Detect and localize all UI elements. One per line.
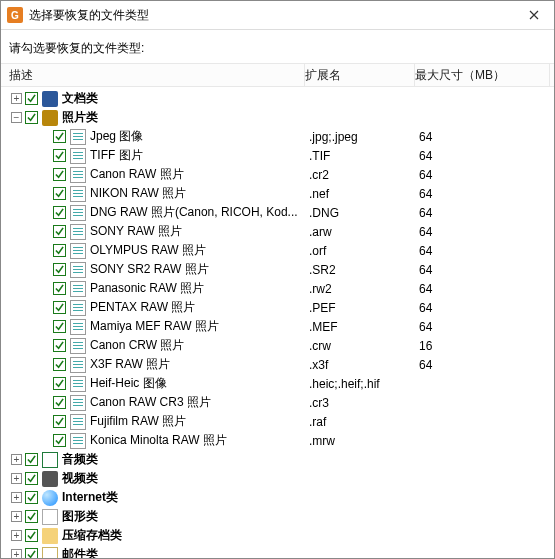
checkbox[interactable] <box>25 453 38 466</box>
category-icon <box>42 509 58 525</box>
expander-icon[interactable]: − <box>11 112 22 123</box>
titlebar: G 选择要恢复的文件类型 <box>1 1 554 30</box>
category-audio[interactable]: +音频类 <box>5 450 550 469</box>
checkbox[interactable] <box>53 244 66 257</box>
checkbox[interactable] <box>53 415 66 428</box>
filetype-row[interactable]: OLYMPUS RAW 照片.orf64 <box>5 241 550 260</box>
checkbox[interactable] <box>53 301 66 314</box>
filetype-row[interactable]: Konica Minolta RAW 照片.mrw <box>5 431 550 450</box>
filetype-ext: .DNG <box>309 206 419 220</box>
filetype-label: SONY RAW 照片 <box>90 223 182 240</box>
dialog-window: G 选择要恢复的文件类型 请勾选要恢复的文件类型: 描述 扩展名 最大尺寸（MB… <box>0 0 555 559</box>
category-arc[interactable]: +压缩存档类 <box>5 526 550 545</box>
header-extension[interactable]: 扩展名 <box>305 64 415 86</box>
filetype-row[interactable]: Canon RAW CR3 照片.cr3 <box>5 393 550 412</box>
category-label: 压缩存档类 <box>62 527 122 544</box>
checkbox[interactable] <box>53 225 66 238</box>
category-docs[interactable]: +文档类 <box>5 89 550 108</box>
category-mail[interactable]: +邮件类 <box>5 545 550 558</box>
file-icon <box>70 148 86 164</box>
filetype-ext: .orf <box>309 244 419 258</box>
checkbox[interactable] <box>53 358 66 371</box>
checkbox[interactable] <box>53 130 66 143</box>
category-inet[interactable]: +Internet类 <box>5 488 550 507</box>
category-icon <box>42 471 58 487</box>
checkbox[interactable] <box>25 111 38 124</box>
filetype-size: 64 <box>419 244 550 258</box>
filetype-label: NIKON RAW 照片 <box>90 185 186 202</box>
filetype-row[interactable]: Jpeg 图像.jpg;.jpeg64 <box>5 127 550 146</box>
category-photos[interactable]: −照片类 <box>5 108 550 127</box>
filetype-ext: .crw <box>309 339 419 353</box>
checkbox[interactable] <box>53 206 66 219</box>
category-label: 照片类 <box>62 109 98 126</box>
file-icon <box>70 262 86 278</box>
checkbox[interactable] <box>25 92 38 105</box>
expander-icon[interactable]: + <box>11 473 22 484</box>
filetype-size: 64 <box>419 130 550 144</box>
filetype-row[interactable]: NIKON RAW 照片.nef64 <box>5 184 550 203</box>
filetype-ext: .cr3 <box>309 396 419 410</box>
window-title: 选择要恢复的文件类型 <box>29 7 514 24</box>
file-icon <box>70 357 86 373</box>
expander-icon[interactable]: + <box>11 511 22 522</box>
category-label: 邮件类 <box>62 546 98 558</box>
file-icon <box>70 224 86 240</box>
filetype-row[interactable]: Canon CRW 照片.crw16 <box>5 336 550 355</box>
expander-icon[interactable]: + <box>11 93 22 104</box>
category-icon <box>42 91 58 107</box>
checkbox[interactable] <box>53 320 66 333</box>
checkbox[interactable] <box>53 434 66 447</box>
header-description[interactable]: 描述 <box>5 64 305 86</box>
category-label: 视频类 <box>62 470 98 487</box>
filetype-size: 16 <box>419 339 550 353</box>
app-icon: G <box>7 7 23 23</box>
checkbox[interactable] <box>25 510 38 523</box>
checkbox[interactable] <box>25 472 38 485</box>
file-icon <box>70 243 86 259</box>
checkbox[interactable] <box>53 168 66 181</box>
filetype-label: Konica Minolta RAW 照片 <box>90 432 227 449</box>
category-icon <box>42 547 58 559</box>
checkbox[interactable] <box>53 339 66 352</box>
checkbox[interactable] <box>53 187 66 200</box>
checkbox[interactable] <box>53 263 66 276</box>
filetype-row[interactable]: PENTAX RAW 照片.PEF64 <box>5 298 550 317</box>
checkbox[interactable] <box>53 396 66 409</box>
category-icon <box>42 490 58 506</box>
close-button[interactable] <box>514 1 554 29</box>
checkbox[interactable] <box>53 377 66 390</box>
filetype-ext: .arw <box>309 225 419 239</box>
filetype-row[interactable]: DNG RAW 照片(Canon, RICOH, Kod....DNG64 <box>5 203 550 222</box>
filetype-row[interactable]: Mamiya MEF RAW 照片.MEF64 <box>5 317 550 336</box>
filetype-label: Panasonic RAW 照片 <box>90 280 204 297</box>
expander-icon[interactable]: + <box>11 530 22 541</box>
filetype-row[interactable]: SONY RAW 照片.arw64 <box>5 222 550 241</box>
filetype-row[interactable]: SONY SR2 RAW 照片.SR264 <box>5 260 550 279</box>
checkbox[interactable] <box>53 149 66 162</box>
category-gfx[interactable]: +图形类 <box>5 507 550 526</box>
filetype-label: SONY SR2 RAW 照片 <box>90 261 209 278</box>
checkbox[interactable] <box>53 282 66 295</box>
filetype-ext: .SR2 <box>309 263 419 277</box>
checkbox[interactable] <box>25 548 38 558</box>
category-icon <box>42 110 58 126</box>
filetype-size: 64 <box>419 149 550 163</box>
filetype-row[interactable]: X3F RAW 照片.x3f64 <box>5 355 550 374</box>
category-video[interactable]: +视频类 <box>5 469 550 488</box>
checkbox[interactable] <box>25 529 38 542</box>
expander-icon[interactable]: + <box>11 454 22 465</box>
category-label: 文档类 <box>62 90 98 107</box>
checkbox[interactable] <box>25 491 38 504</box>
filetype-ext: .TIF <box>309 149 419 163</box>
header-maxsize[interactable]: 最大尺寸（MB） <box>415 64 550 86</box>
file-type-tree[interactable]: +文档类−照片类Jpeg 图像.jpg;.jpeg64TIFF 图片.TIF64… <box>1 87 554 558</box>
filetype-row[interactable]: Panasonic RAW 照片.rw264 <box>5 279 550 298</box>
expander-icon[interactable]: + <box>11 549 22 558</box>
filetype-row[interactable]: Heif-Heic 图像.heic;.heif;.hif <box>5 374 550 393</box>
expander-icon[interactable]: + <box>11 492 22 503</box>
filetype-row[interactable]: Canon RAW 照片.cr264 <box>5 165 550 184</box>
filetype-label: Canon RAW CR3 照片 <box>90 394 211 411</box>
filetype-row[interactable]: Fujifilm RAW 照片.raf <box>5 412 550 431</box>
filetype-row[interactable]: TIFF 图片.TIF64 <box>5 146 550 165</box>
